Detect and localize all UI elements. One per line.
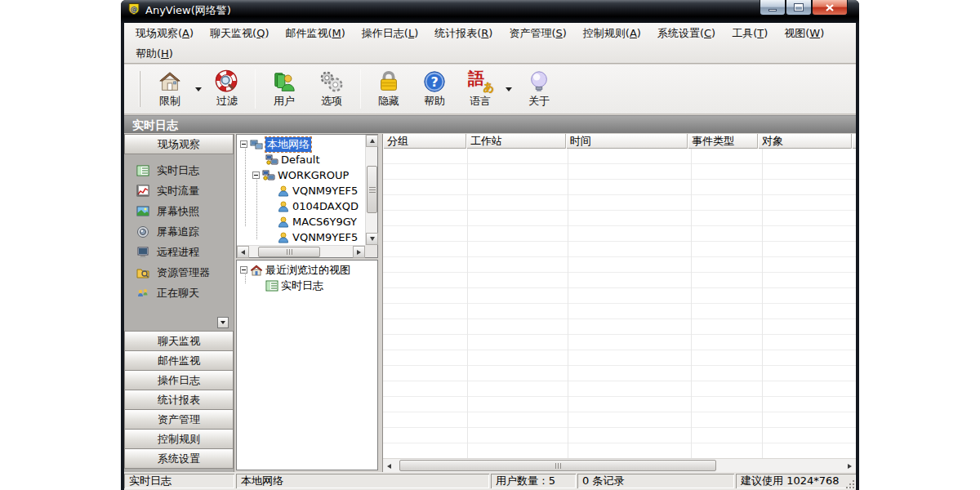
restrict-dropdown-caret[interactable] (193, 67, 204, 111)
filter-lifebuoy-icon (215, 67, 239, 94)
minimize-button[interactable] (760, 0, 786, 16)
tree-node-label: VQNM9YEF5 (292, 185, 358, 197)
column-header-group[interactable]: 分组 (383, 134, 466, 149)
scroll-right-button[interactable] (353, 246, 365, 258)
toolbar-label: 帮助 (424, 95, 445, 107)
tree-node-label: 本地网络 (265, 137, 311, 152)
scroll-up-button[interactable] (366, 135, 378, 147)
table-horizontal-scrollbar[interactable] (383, 458, 856, 472)
sidebar-item-now-chatting[interactable]: 正在聊天 (124, 283, 234, 303)
tree-node-label: VQNM9YEF5 (292, 231, 358, 243)
menu-control-rules[interactable]: 控制规则(A) (575, 24, 649, 42)
scrollbar-thumb[interactable] (258, 247, 320, 257)
toolbar-label: 用户 (274, 95, 295, 107)
toolbar-grip[interactable] (139, 71, 140, 107)
menu-mail-monitor[interactable]: 邮件监视(M) (277, 24, 353, 42)
column-header-time[interactable]: 时间 (566, 134, 688, 149)
toolbar-separator (360, 69, 361, 109)
menu-chat-monitor[interactable]: 聊天监视(Q) (202, 24, 277, 42)
options-button[interactable]: 选项 (308, 67, 355, 111)
hide-button[interactable]: 隐藏 (366, 67, 412, 111)
sidebar-group-statistics-report[interactable]: 统计报表 (124, 390, 234, 410)
chevron-down-icon (195, 87, 202, 91)
tree-vertical-scrollbar[interactable] (365, 135, 377, 245)
sidebar-section-live-observe[interactable]: 现场观察 (124, 134, 234, 154)
resize-grip[interactable] (844, 479, 855, 489)
menu-operation-log[interactable]: 操作日志(L) (354, 24, 426, 42)
help-button[interactable]: ? 帮助 (412, 67, 457, 111)
language-secondary-glyph: あ (483, 80, 494, 95)
maximize-button[interactable] (786, 0, 812, 16)
about-button[interactable]: 关于 (514, 67, 564, 111)
column-header-object[interactable]: 对象 (758, 134, 852, 149)
menu-tools[interactable]: 工具(T) (724, 24, 776, 42)
collapse-expander-icon[interactable] (240, 266, 247, 274)
sidebar-item-screen-tracking[interactable]: 屏幕追踪 (124, 221, 234, 242)
sidebar-scroll-down-button[interactable] (217, 317, 229, 328)
language-button[interactable]: 語 あ 语言 (457, 67, 503, 111)
sidebar-group-mail-monitor[interactable]: 邮件监视 (124, 350, 234, 371)
scroll-left-button[interactable] (383, 460, 395, 472)
sidebar-item-label: 实时流量 (157, 184, 199, 198)
tree-node-local-network[interactable]: 本地网络 (240, 136, 311, 152)
desktop: @ AnyView(网络警) 现场观察(A) 聊天监视(Q) 邮件监视(M) 操 (0, 0, 980, 490)
sidebar-item-label: 资源管理器 (157, 265, 210, 280)
chevron-down-icon (506, 87, 512, 91)
column-header-event-type[interactable]: 事件类型 (688, 134, 758, 149)
menu-system-settings[interactable]: 系统设置(C) (649, 24, 724, 42)
title-bar[interactable]: @ AnyView(网络警) (121, 0, 859, 23)
language-dropdown-caret[interactable] (503, 67, 514, 111)
sidebar-item-label: 远程进程 (157, 245, 199, 260)
sidebar-item-realtime-traffic[interactable]: 实时流量 (124, 180, 234, 201)
scroll-left-button[interactable] (237, 246, 249, 258)
scroll-down-button[interactable] (366, 233, 378, 245)
tree-node-workstation[interactable]: VQNM9YEF5 (274, 183, 363, 198)
table-header-row: 分组 工作站 时间 事件类型 对象 (383, 134, 856, 149)
grid-line (691, 149, 692, 458)
tree-node-default-group[interactable]: Default (263, 152, 320, 167)
tree-node-workgroup[interactable]: WORKGROUP (252, 167, 349, 183)
bulb-icon (527, 67, 551, 94)
workstation-user-icon (277, 200, 290, 213)
screenshot-icon (136, 205, 149, 218)
sidebar-item-screen-snapshot[interactable]: 屏幕快照 (124, 201, 234, 221)
menu-statistics-report[interactable]: 统计报表(R) (426, 24, 501, 42)
tree-node-workstation[interactable]: MACS6Y9GY (274, 214, 363, 229)
tree-horizontal-scrollbar[interactable] (237, 245, 365, 257)
users-button[interactable]: 用户 (261, 67, 308, 111)
menu-view[interactable]: 视图(W) (776, 24, 832, 42)
tree-node-recent-views[interactable]: 最近浏览过的视图 (240, 262, 350, 278)
menu-bar: 现场观察(A) 聊天监视(Q) 邮件监视(M) 操作日志(L) 统计报表(R) … (124, 23, 856, 64)
scrollbar-thumb[interactable] (367, 166, 377, 213)
sidebar-group-operation-log[interactable]: 操作日志 (124, 370, 234, 390)
window-title: AnyView(网络警) (145, 3, 231, 18)
sidebar-item-resource-explorer[interactable]: 资源管理器 (124, 262, 234, 283)
menu-asset-management[interactable]: 资产管理(S) (501, 24, 574, 42)
log-list-icon (265, 279, 278, 292)
menu-help[interactable]: 帮助(H) (127, 45, 181, 63)
sidebar-group-control-rules[interactable]: 控制规则 (124, 429, 234, 449)
sidebar-group-system-settings[interactable]: 系统设置 (124, 448, 234, 469)
tree-node-recent-realtime-log[interactable]: 实时日志 (263, 278, 323, 293)
menu-live-observe[interactable]: 现场观察(A) (127, 24, 202, 42)
close-button[interactable] (812, 0, 848, 16)
collapse-expander-icon[interactable] (240, 140, 247, 148)
toolbar-label: 语言 (470, 95, 491, 107)
sidebar-item-realtime-log[interactable]: 实时日志 (124, 160, 234, 180)
filter-button[interactable]: 过滤 (204, 67, 250, 111)
tree-node-workstation[interactable]: VQNM9YEF5 (274, 229, 363, 245)
sidebar-group-chat-monitor[interactable]: 聊天监视 (124, 331, 234, 351)
arrow-left-icon (387, 464, 391, 469)
sidebar-item-remote-process[interactable]: 远程进程 (124, 242, 234, 262)
tree-node-workstation[interactable]: 0104DAXQD (274, 198, 363, 214)
column-header-workstation[interactable]: 工作站 (466, 134, 566, 149)
scrollbar-thumb[interactable] (399, 460, 716, 471)
status-user-count: 用户数量 : 5 (491, 474, 576, 488)
workgroup-icon (262, 169, 275, 182)
traffic-chart-icon (136, 185, 149, 198)
scroll-right-button[interactable] (844, 460, 856, 472)
tree-connector (256, 177, 257, 239)
collapse-expander-icon[interactable] (252, 172, 260, 179)
sidebar-group-asset-management[interactable]: 资产管理 (124, 409, 234, 430)
restrict-button[interactable]: 限制 (147, 67, 193, 111)
